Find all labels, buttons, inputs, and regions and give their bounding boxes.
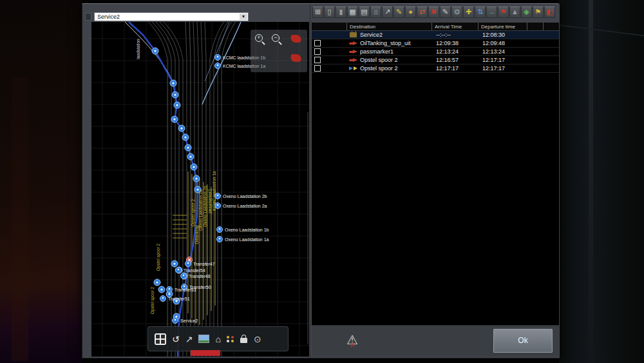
signal-dots-icon[interactable] bbox=[227, 336, 234, 342]
destination-cell: passmarker1 bbox=[360, 48, 393, 55]
game-world-right bbox=[559, 0, 644, 363]
table-row[interactable]: Opstel spoor 212:17:1712:17:17 bbox=[312, 64, 559, 73]
ok-button[interactable]: Ok bbox=[493, 329, 553, 353]
switch-icon[interactable]: ◆ bbox=[521, 6, 532, 18]
warning-icon: ⚠A bbox=[344, 332, 361, 348]
header-arrival: Arrival Time bbox=[432, 23, 478, 30]
map-toolbar: ↺↗⌂⊙ bbox=[147, 326, 289, 351]
map-marker[interactable] bbox=[174, 102, 180, 108]
export-icon[interactable]: ↗ bbox=[382, 6, 393, 18]
station-label[interactable]: Oxeno Laadstation 1b bbox=[217, 227, 269, 233]
map-marker[interactable] bbox=[170, 80, 176, 86]
map-marker[interactable] bbox=[158, 286, 165, 293]
delete-node-icon[interactable]: ✖ bbox=[428, 6, 439, 18]
blank-cell bbox=[544, 64, 559, 72]
home-icon[interactable]: ⌂ bbox=[215, 333, 220, 345]
map-marker[interactable] bbox=[171, 260, 178, 267]
lock-icon[interactable] bbox=[240, 335, 248, 344]
departure-cell: 12:17:17 bbox=[478, 56, 527, 64]
map-marker[interactable] bbox=[187, 153, 194, 160]
svg-text:Transfer47: Transfer47 bbox=[193, 262, 215, 266]
station-label[interactable]: Oxeno Laadstation 1a bbox=[217, 237, 269, 242]
svg-text:Transfer53: Transfer53 bbox=[175, 288, 196, 292]
exit-icon[interactable]: ◧ bbox=[544, 6, 555, 18]
track-label: Opstel spoor 2 bbox=[150, 286, 155, 314]
red-wedge-icon-top[interactable] bbox=[290, 35, 303, 43]
red-arrow-icon bbox=[349, 41, 357, 46]
window-icon[interactable]: ⊞ bbox=[312, 6, 323, 18]
merge-icon[interactable]: ⇅ bbox=[475, 6, 486, 18]
station-label[interactable]: Oxeno Laadstation 2a bbox=[215, 203, 267, 209]
blank-cell bbox=[544, 39, 559, 47]
svg-text:Transfer54: Transfer54 bbox=[184, 268, 205, 273]
bottom-bar: ⚠A Ok bbox=[312, 325, 559, 357]
station-label[interactable]: Service2 bbox=[173, 318, 198, 324]
map-marker[interactable] bbox=[171, 116, 178, 123]
swap-arrows-icon[interactable]: ⇄ bbox=[417, 6, 428, 18]
table-row[interactable]: OilTanking_stop_uit12:09:3812:09:48 bbox=[312, 39, 559, 48]
map-marker[interactable] bbox=[182, 134, 189, 141]
service-dropdown-value: Service2 bbox=[97, 14, 120, 20]
header-blank-1 bbox=[527, 23, 544, 30]
red-arrow-icon bbox=[349, 57, 357, 63]
row-checkbox[interactable] bbox=[314, 65, 321, 72]
photo-icon[interactable] bbox=[198, 335, 209, 343]
svg-text:Oxeno Laadstation 2b: Oxeno Laadstation 2b bbox=[223, 194, 267, 199]
zoom-in-button[interactable]: + bbox=[254, 34, 267, 44]
chevron-down-icon[interactable]: ▼ bbox=[240, 14, 247, 20]
table-row[interactable]: passmarker112:13:2412:13:24 bbox=[312, 48, 559, 56]
pan-icon[interactable] bbox=[155, 333, 166, 345]
flag-yellow-icon[interactable]: ⚑ bbox=[533, 6, 544, 18]
service-dropdown[interactable]: Service2 ▼ bbox=[94, 12, 249, 21]
signal-lamp-icon[interactable]: ● bbox=[405, 6, 416, 18]
svg-text:Oxeno Laadstation 1b: Oxeno Laadstation 1b bbox=[225, 228, 269, 232]
add-icon[interactable]: ✚ bbox=[463, 6, 474, 18]
flag-red-icon[interactable]: ⚑ bbox=[498, 6, 509, 18]
red-wedge-icon-bottom[interactable] bbox=[290, 54, 303, 62]
map-marker[interactable] bbox=[185, 144, 191, 151]
station-label[interactable]: Transfer51 bbox=[160, 296, 190, 302]
go-icon[interactable]: → bbox=[486, 6, 497, 18]
station-label[interactable]: Transfer47 bbox=[185, 261, 215, 267]
track-label: Oxeno Laadstation 2b bbox=[203, 186, 207, 227]
follow-icon[interactable]: ↗ bbox=[185, 333, 193, 345]
track-label: Oiltanking bbox=[194, 225, 200, 244]
row-checkbox[interactable] bbox=[314, 40, 321, 46]
track-map[interactable]: KCMC laadstation 1bKCMC laadstation 1aOx… bbox=[91, 22, 309, 357]
arrival-cell: --:--:-- bbox=[432, 31, 478, 39]
station-label[interactable]: Transfer53 bbox=[167, 287, 196, 293]
station-label[interactable]: Transfer48 bbox=[181, 273, 211, 279]
rotate-icon[interactable]: ↺ bbox=[172, 333, 180, 345]
map-marker[interactable] bbox=[193, 175, 200, 182]
table-body: Service2--:--:--12:08:30OilTanking_stop_… bbox=[312, 31, 559, 73]
map-marker[interactable] bbox=[172, 92, 178, 98]
row-checkbox[interactable] bbox=[314, 48, 321, 55]
map-marker[interactable] bbox=[152, 48, 158, 54]
table-icon[interactable]: ▤ bbox=[359, 6, 370, 18]
edit-node-icon[interactable]: ✎ bbox=[440, 6, 451, 18]
zoom-out-button[interactable]: − bbox=[271, 34, 284, 44]
schedule-pane: ⊞▯▮▦▤⌂↗✎●⇄✖✎⊙✚⇅→⚑▲◆⚑◧ Destination Arriva… bbox=[310, 4, 560, 358]
dual-arrow-icon bbox=[349, 66, 358, 72]
trash-icon[interactable]: ▯ bbox=[324, 6, 335, 18]
map-marker[interactable] bbox=[178, 125, 185, 132]
map-marker[interactable] bbox=[154, 279, 160, 286]
marker-post-icon[interactable]: ▮ bbox=[336, 6, 346, 18]
signal-post-icon[interactable]: ▲ bbox=[509, 6, 520, 18]
track-label: Opstel spoor 2 bbox=[191, 199, 196, 226]
edit-icon[interactable]: ✎ bbox=[393, 6, 404, 18]
home-icon[interactable]: ⌂ bbox=[370, 6, 381, 18]
gear-icon[interactable]: ⊙ bbox=[254, 333, 261, 345]
table-row[interactable]: Opstel spoor 212:16:5712:17:17 bbox=[312, 56, 559, 64]
station-label[interactable]: Oxeno Laadstation 2b bbox=[215, 193, 267, 199]
row-checkbox[interactable] bbox=[314, 57, 321, 63]
map-marker[interactable] bbox=[191, 164, 197, 170]
grid-icon[interactable]: ▦ bbox=[347, 6, 358, 18]
svg-text:Oxeno Laadstation 2a: Oxeno Laadstation 2a bbox=[223, 204, 267, 208]
svg-text:Transfer51: Transfer51 bbox=[168, 297, 190, 301]
zoom-in-sign: + bbox=[256, 34, 262, 42]
clock-icon[interactable]: ⊙ bbox=[451, 6, 462, 18]
table-row[interactable]: Service2--:--:--12:08:30 bbox=[312, 31, 559, 39]
station-label[interactable]: Transfer54 bbox=[176, 268, 205, 273]
departure-cell: 12:08:30 bbox=[478, 31, 527, 39]
